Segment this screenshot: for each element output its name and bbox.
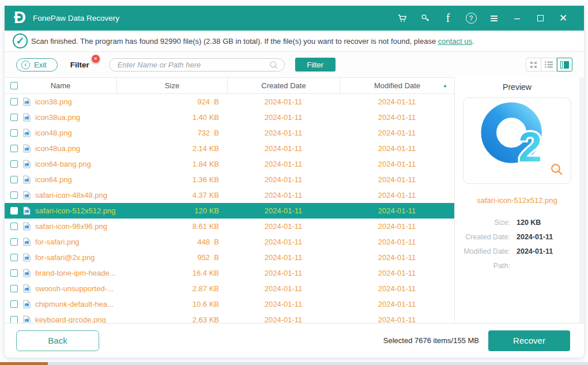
file-name: icon38ua.png: [35, 113, 80, 122]
file-created-date: 2024-01-11: [227, 253, 340, 262]
file-modified-date: 2024-01-11: [340, 191, 454, 200]
file-created-date: 2024-01-11: [227, 315, 340, 323]
table-row[interactable]: icon64-bang.png 1.84 KB 2024-01-11 2024-…: [5, 156, 454, 172]
file-size: 120 KB: [116, 206, 227, 215]
file-name: chipmunk-default-hea...: [35, 300, 114, 308]
recover-button[interactable]: Recover: [488, 330, 570, 351]
image-file-icon: [23, 222, 31, 231]
minimize-icon[interactable]: –: [506, 6, 529, 31]
detail-value-created: 2024-01-11: [517, 233, 553, 241]
table-row[interactable]: safari-icon-96x96.png 8.61 KB 2024-01-11…: [5, 219, 454, 234]
file-size: 1.84 KB: [116, 160, 227, 168]
row-checkbox[interactable]: [10, 191, 18, 199]
file-modified-date: 2024-01-11: [340, 315, 454, 323]
o2-logo-image: 2: [480, 100, 554, 171]
table-row[interactable]: for-safari@2x.png 952 B 2024-01-11 2024-…: [5, 250, 454, 265]
image-file-icon: [23, 144, 31, 153]
search-input[interactable]: [118, 61, 269, 69]
exit-button[interactable]: ‹ Exit: [16, 58, 58, 72]
row-checkbox[interactable]: [10, 223, 18, 230]
grid-view-icon[interactable]: [526, 58, 541, 72]
table-row[interactable]: icon38.png 924 B 2024-01-11 2024-01-11: [5, 94, 454, 110]
column-header-modified[interactable]: Modified Date ▲: [340, 78, 454, 93]
table-row[interactable]: swoosh-unsupported-... 2.87 KB 2024-01-1…: [5, 281, 454, 296]
row-checkbox[interactable]: [10, 207, 18, 215]
file-created-date: 2024-01-11: [227, 284, 340, 293]
row-checkbox[interactable]: [10, 316, 18, 323]
scrollbar-track[interactable]: [579, 77, 584, 323]
detail-label-size: Size:: [455, 219, 510, 227]
register-key-icon[interactable]: [413, 6, 436, 31]
table-row[interactable]: keyboard-qrcode.png 2.63 KB 2024-01-11 2…: [5, 312, 454, 323]
row-checkbox[interactable]: [10, 254, 18, 261]
row-checkbox[interactable]: [10, 269, 18, 277]
app-title: FonePaw Data Recovery: [33, 14, 119, 22]
image-file-icon: [23, 253, 31, 262]
back-button[interactable]: Back: [16, 330, 99, 351]
row-checkbox[interactable]: [10, 300, 18, 308]
table-row[interactable]: brand-tone-ipm-heade... 16.4 KB 2024-01-…: [5, 265, 454, 281]
clear-filter-badge-icon[interactable]: ✕: [91, 54, 100, 63]
contact-us-link[interactable]: contact us: [438, 37, 472, 46]
file-modified-date: 2024-01-11: [340, 253, 454, 262]
table-row[interactable]: icon48.png 732 B 2024-01-11 2024-01-11: [5, 125, 454, 141]
table-row[interactable]: for-safari.png 448 B 2024-01-11 2024-01-…: [5, 234, 454, 250]
file-size: 16.4 KB: [116, 269, 227, 277]
cart-icon[interactable]: [390, 6, 413, 31]
file-modified-date: 2024-01-11: [340, 175, 454, 184]
row-checkbox[interactable]: [10, 176, 18, 183]
close-icon[interactable]: ✕: [552, 6, 575, 31]
table-row[interactable]: icon48ua.png 2.14 KB 2024-01-11 2024-01-…: [5, 141, 454, 156]
file-name: icon64-bang.png: [35, 160, 91, 168]
list-view-icon[interactable]: [541, 58, 557, 72]
view-toggles: [526, 58, 572, 72]
row-checkbox[interactable]: [10, 114, 18, 121]
file-created-date: 2024-01-11: [227, 175, 340, 184]
zoom-preview-icon[interactable]: [549, 162, 564, 179]
row-checkbox[interactable]: [10, 98, 18, 106]
search-icon: [269, 60, 278, 70]
table-row[interactable]: safari-icon-512x512.png 120 KB 2024-01-1…: [5, 203, 454, 219]
select-all-checkbox[interactable]: [10, 82, 18, 89]
column-header-created[interactable]: Created Date: [227, 78, 340, 93]
detail-view-icon[interactable]: [557, 58, 572, 72]
file-created-date: 2024-01-11: [227, 206, 340, 215]
chevron-left-icon: ‹: [21, 61, 30, 69]
table-row[interactable]: icon38ua.png 1.40 KB 2024-01-11 2024-01-…: [5, 110, 454, 125]
sort-ascending-icon[interactable]: ▲: [443, 83, 447, 88]
table-row[interactable]: chipmunk-default-hea... 10.6 KB 2024-01-…: [5, 296, 454, 312]
file-name: for-safari.png: [35, 238, 80, 246]
file-name: brand-tone-ipm-heade...: [35, 269, 115, 277]
file-size: 2.14 KB: [116, 144, 227, 153]
footer-bar: Back Selected 7676 items/155 MB Recover: [5, 323, 584, 358]
row-checkbox[interactable]: [10, 129, 18, 137]
file-name: swoosh-unsupported-...: [35, 284, 114, 293]
menu-icon[interactable]: ≡: [483, 6, 506, 31]
image-file-icon: [23, 175, 31, 184]
image-file-icon: [23, 191, 31, 200]
row-checkbox[interactable]: [10, 160, 18, 168]
maximize-icon[interactable]: [529, 6, 552, 31]
file-name: safari-icon-48x48.png: [35, 191, 107, 200]
column-header-size[interactable]: Size: [116, 78, 227, 93]
detail-label-path: Path:: [455, 262, 510, 270]
detail-value-size: 120 KB: [517, 219, 541, 227]
image-file-icon: [23, 206, 31, 215]
file-size: 1.36 KB: [116, 175, 227, 184]
table-row[interactable]: icon64.png 1.36 KB 2024-01-11 2024-01-11: [5, 172, 454, 187]
row-checkbox[interactable]: [10, 285, 18, 292]
column-header-name[interactable]: Name: [51, 81, 71, 90]
facebook-icon[interactable]: f: [436, 6, 459, 31]
file-details: Size: 120 KB Created Date: 2024-01-11 Mo…: [455, 219, 579, 270]
filter-button[interactable]: Filter: [295, 58, 336, 72]
file-size: 2.87 KB: [116, 284, 227, 293]
row-checkbox[interactable]: [10, 238, 18, 246]
row-checkbox[interactable]: [10, 145, 18, 152]
file-created-date: 2024-01-11: [227, 113, 340, 122]
help-icon[interactable]: ?: [459, 6, 483, 31]
file-name: icon48ua.png: [35, 144, 80, 153]
svg-text:2: 2: [518, 123, 542, 170]
image-file-icon: [23, 113, 31, 122]
check-circle-icon: ✓: [13, 33, 28, 48]
table-row[interactable]: safari-icon-48x48.png 4.37 KB 2024-01-11…: [5, 187, 454, 203]
